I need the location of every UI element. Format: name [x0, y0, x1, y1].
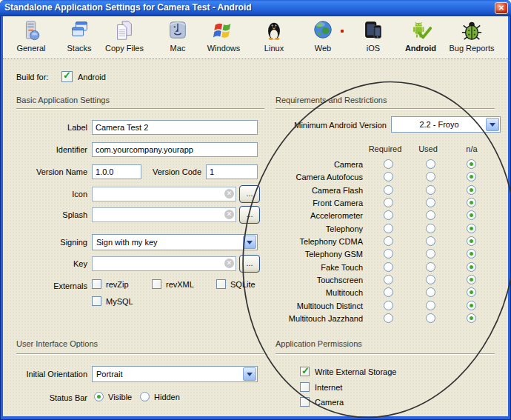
- chevron-down-icon[interactable]: [486, 118, 499, 131]
- used-column-header: Used: [410, 144, 447, 153]
- used-radio[interactable]: [426, 249, 435, 259]
- requirement-row: Camera Flash: [252, 184, 496, 197]
- ios-icon: [362, 19, 384, 42]
- internet-checkbox[interactable]: [300, 382, 310, 392]
- toolbar-item-windows[interactable]: Windows: [200, 19, 247, 57]
- status-bar-visible-radio[interactable]: [94, 392, 104, 401]
- signing-select[interactable]: Sign with my key: [92, 234, 258, 250]
- status-bar-hidden-radio[interactable]: [140, 392, 150, 401]
- toolbar-item-ios[interactable]: iOS: [350, 19, 397, 57]
- required-radio[interactable]: [384, 249, 393, 259]
- key-path-input[interactable]: [92, 256, 236, 271]
- required-radio[interactable]: [384, 185, 393, 195]
- icon-field: ✕: [92, 187, 236, 201]
- internet-label: Internet: [315, 383, 342, 392]
- na-radio[interactable]: [467, 262, 476, 272]
- mysql-checkbox[interactable]: [92, 296, 101, 306]
- revxml-label: revXML: [166, 280, 194, 289]
- na-radio[interactable]: [467, 287, 476, 297]
- toolbar-item-label: Windows: [207, 44, 241, 53]
- na-radio[interactable]: [467, 275, 476, 284]
- required-radio[interactable]: [384, 275, 393, 284]
- used-radio[interactable]: [426, 301, 435, 310]
- identifier-input[interactable]: [92, 142, 258, 157]
- clear-icon[interactable]: ✕: [224, 189, 234, 199]
- label-input[interactable]: [92, 120, 258, 135]
- toolbar-item-copy-files[interactable]: Copy Files: [101, 19, 148, 57]
- toolbar-item-linux[interactable]: Linux: [250, 19, 298, 57]
- required-radio[interactable]: [384, 301, 393, 310]
- splash-path-input[interactable]: [92, 207, 236, 222]
- na-radio[interactable]: [467, 224, 476, 233]
- required-radio[interactable]: [384, 198, 393, 207]
- used-radio[interactable]: [426, 313, 435, 323]
- na-radio[interactable]: [467, 301, 476, 310]
- toolbar-item-label: Stacks: [67, 44, 91, 53]
- used-radio[interactable]: [426, 185, 435, 195]
- required-radio[interactable]: [384, 236, 393, 246]
- requirement-row: Camera: [252, 159, 496, 171]
- used-radio[interactable]: [426, 172, 435, 181]
- write-external-storage-checkbox[interactable]: [300, 367, 310, 376]
- chevron-down-icon[interactable]: [243, 367, 256, 381]
- build-for-android-checkbox[interactable]: [61, 71, 73, 82]
- requirement-label: Camera Flash: [252, 186, 363, 195]
- version-code-label: Version Code: [141, 167, 201, 176]
- initial-orientation-select[interactable]: Portrait: [92, 366, 258, 382]
- camera-label: Camera: [315, 398, 344, 407]
- required-radio[interactable]: [384, 172, 393, 181]
- na-radio[interactable]: [467, 210, 476, 220]
- na-radio[interactable]: [467, 159, 476, 169]
- na-radio[interactable]: [467, 172, 476, 181]
- clear-icon[interactable]: ✕: [224, 259, 234, 268]
- used-radio[interactable]: [426, 224, 435, 233]
- icon-path-input[interactable]: [92, 187, 236, 201]
- toolbar-item-stacks[interactable]: Stacks: [56, 19, 103, 57]
- used-radio[interactable]: [426, 262, 435, 272]
- na-radio[interactable]: [467, 249, 476, 259]
- sqlite-checkbox[interactable]: [216, 279, 226, 289]
- requirement-label: Multitouch: [252, 288, 363, 297]
- version-name-input[interactable]: [92, 164, 141, 179]
- splash-field-label: Splash: [0, 210, 87, 219]
- requirement-label: Camera Autofocus: [252, 173, 363, 181]
- toolbar-item-android[interactable]: Android: [397, 19, 444, 57]
- used-radio[interactable]: [426, 198, 435, 207]
- toolbar-item-web[interactable]: Web: [299, 19, 347, 57]
- clear-icon[interactable]: ✕: [224, 210, 234, 219]
- requirement-row: Telephony: [252, 223, 496, 236]
- required-radio[interactable]: [384, 210, 393, 220]
- close-button[interactable]: ✕: [495, 2, 508, 14]
- used-radio[interactable]: [426, 210, 435, 220]
- min-android-version-select[interactable]: 2.2 - Froyo: [391, 116, 501, 133]
- used-radio[interactable]: [426, 275, 435, 284]
- initial-orientation-label: Initial Orientation: [0, 370, 87, 379]
- signing-label: Signing: [0, 238, 87, 247]
- na-column-header: n/a: [453, 144, 490, 153]
- toolbar-item-general[interactable]: General: [7, 19, 55, 57]
- camera-checkbox[interactable]: [300, 397, 310, 407]
- requirement-row: Accelerometer: [252, 210, 496, 222]
- required-radio[interactable]: [384, 262, 393, 272]
- used-radio[interactable]: [426, 159, 435, 169]
- key-field-label: Key: [0, 259, 87, 268]
- required-radio[interactable]: [384, 287, 393, 297]
- ui-options-header: User Interface Options: [16, 339, 98, 348]
- titlebar[interactable]: Standalone Application Settings for Came…: [0, 0, 511, 16]
- requirement-row: Touchscreen: [252, 274, 496, 287]
- used-radio[interactable]: [426, 287, 435, 297]
- na-radio[interactable]: [467, 198, 476, 207]
- required-radio[interactable]: [384, 313, 393, 323]
- toolbar-item-mac[interactable]: Mac: [154, 19, 201, 57]
- toolbar-item-label: Bug Reports: [449, 44, 494, 53]
- revzip-checkbox[interactable]: [92, 279, 101, 289]
- toolbar-item-bug-reports[interactable]: Bug Reports: [444, 19, 499, 57]
- revxml-checkbox[interactable]: [152, 279, 161, 289]
- required-radio[interactable]: [384, 224, 393, 233]
- na-radio[interactable]: [467, 313, 476, 323]
- version-code-input[interactable]: [206, 164, 258, 179]
- na-radio[interactable]: [467, 185, 476, 195]
- used-radio[interactable]: [426, 236, 435, 246]
- required-radio[interactable]: [384, 159, 393, 169]
- na-radio[interactable]: [467, 236, 476, 246]
